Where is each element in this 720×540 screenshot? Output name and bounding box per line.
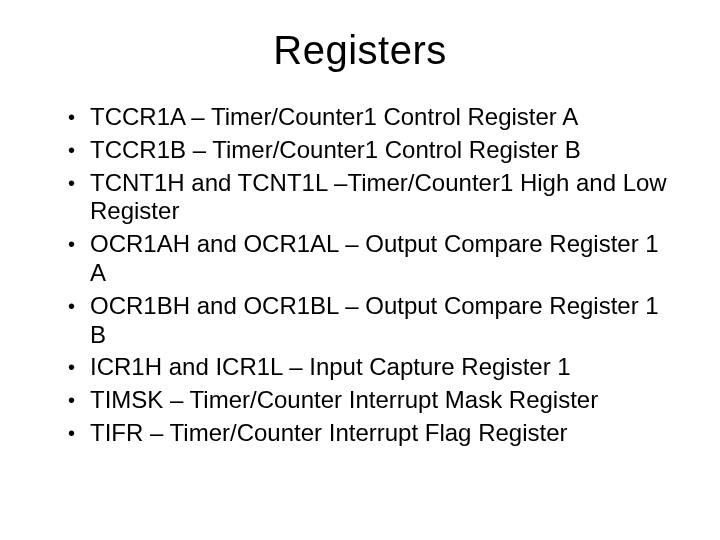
list-item: TCNT1H and TCNT1L –Timer/Counter1 High a… xyxy=(68,169,680,227)
list-item: TCCR1B – Timer/Counter1 Control Register… xyxy=(68,136,680,165)
list-item: TCCR1A – Timer/Counter1 Control Register… xyxy=(68,103,680,132)
slide-title: Registers xyxy=(40,28,680,73)
slide: Registers TCCR1A – Timer/Counter1 Contro… xyxy=(0,0,720,540)
list-item: TIFR – Timer/Counter Interrupt Flag Regi… xyxy=(68,419,680,448)
list-item: TIMSK – Timer/Counter Interrupt Mask Reg… xyxy=(68,386,680,415)
list-item: OCR1BH and OCR1BL – Output Compare Regis… xyxy=(68,292,680,350)
bullet-list: TCCR1A – Timer/Counter1 Control Register… xyxy=(40,103,680,448)
list-item: ICR1H and ICR1L – Input Capture Register… xyxy=(68,353,680,382)
list-item: OCR1AH and OCR1AL – Output Compare Regis… xyxy=(68,230,680,288)
